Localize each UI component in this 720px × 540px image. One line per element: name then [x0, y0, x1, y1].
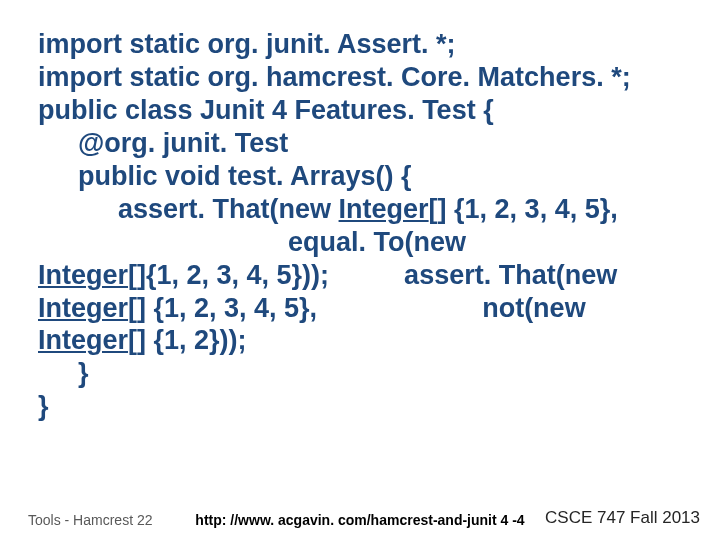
code-block: import static org. junit. Assert. *; imp… [38, 28, 698, 423]
code-line: Integer[] {1, 2})); [38, 324, 698, 357]
code-line: @org. junit. Test [38, 127, 698, 160]
code-line: Integer[]{1, 2, 3, 4, 5})); assert. That… [38, 259, 698, 292]
code-text: [] {1, 2})); [128, 325, 247, 355]
footer-left: Tools - Hamcrest 22 [28, 512, 152, 528]
code-text: [] {1, 2, 3, 4, 5}, not(new [128, 293, 586, 323]
code-text: []{1, 2, 3, 4, 5})); assert. That(new [128, 260, 617, 290]
code-line: import static org. hamcrest. Core. Match… [38, 61, 698, 94]
underlined-type: Integer [38, 293, 128, 323]
code-line: public void test. Arrays() { [38, 160, 698, 193]
code-line: equal. To(new [38, 226, 698, 259]
footer-center-url: http: //www. acgavin. com/hamcrest-and-j… [195, 512, 524, 528]
code-line: } [38, 390, 698, 423]
underlined-type: Integer [339, 194, 429, 224]
underlined-type: Integer [38, 260, 128, 290]
code-line: import static org. junit. Assert. *; [38, 28, 698, 61]
slide-container: import static org. junit. Assert. *; imp… [0, 0, 720, 540]
footer-right: CSCE 747 Fall 2013 [545, 508, 700, 528]
underlined-type: Integer [38, 325, 128, 355]
code-line: assert. That(new Integer[] {1, 2, 3, 4, … [38, 193, 698, 226]
code-text: [] {1, 2, 3, 4, 5}, [429, 194, 618, 224]
code-line: Integer[] {1, 2, 3, 4, 5}, not(new [38, 292, 698, 325]
code-line: } [38, 357, 698, 390]
footer: Tools - Hamcrest 22 http: //www. acgavin… [0, 504, 720, 528]
code-line: public class Junit 4 Features. Test { [38, 94, 698, 127]
code-text: assert. That(new [118, 194, 339, 224]
